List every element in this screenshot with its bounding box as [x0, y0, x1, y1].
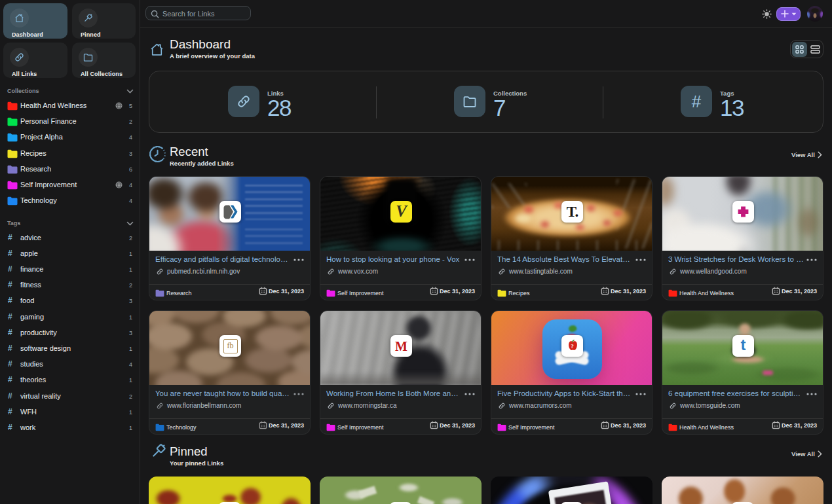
svg-text:?: ?: [571, 343, 574, 350]
